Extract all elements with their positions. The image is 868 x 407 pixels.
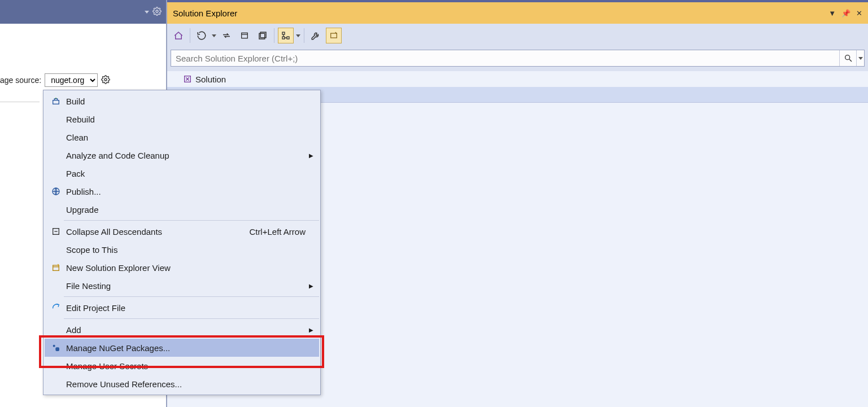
left-strip-titlebar: [0, 0, 166, 24]
submenu-arrow-icon: ▶: [309, 283, 313, 289]
dropdown-icon[interactable]: [212, 34, 216, 37]
menu-item-rebuild[interactable]: Rebuild: [45, 110, 319, 128]
solution-explorer-toolbar: [167, 24, 868, 47]
window-icon[interactable]: [237, 28, 252, 43]
svg-point-1: [104, 78, 107, 81]
search-icon[interactable]: [839, 50, 856, 66]
windows-stack-icon[interactable]: [255, 28, 271, 43]
menu-item-clean[interactable]: Clean: [45, 128, 319, 146]
newview-icon: [48, 263, 64, 272]
svg-rect-4: [260, 32, 266, 38]
divider: [0, 102, 40, 102]
search-options-dropdown[interactable]: [856, 50, 864, 66]
solution-explorer-search[interactable]: [171, 50, 865, 67]
menu-item-build[interactable]: Build: [45, 92, 319, 110]
solution-explorer-search-row: [167, 47, 868, 71]
menu-item-label: Add: [64, 325, 316, 335]
close-icon[interactable]: ✕: [856, 9, 862, 17]
menu-item-new-solution-explorer-view[interactable]: New Solution Explorer View: [45, 259, 319, 277]
menu-separator: [64, 296, 319, 297]
menu-item-label: Scope to This: [64, 245, 316, 255]
pin-icon[interactable]: 📌: [841, 9, 850, 17]
svg-rect-8: [287, 37, 289, 39]
package-source-settings-button[interactable]: [101, 75, 110, 86]
menu-item-label: Collapse All Descendants: [64, 227, 249, 237]
menu-item-label: Upgrade: [64, 205, 316, 215]
gear-icon[interactable]: [152, 7, 162, 17]
svg-point-0: [156, 10, 158, 12]
menu-item-label: Rebuild: [64, 115, 316, 124]
dropdown-icon[interactable]: [296, 34, 300, 37]
menu-item-label: Analyze and Code Cleanup: [64, 151, 316, 160]
menu-item-pack[interactable]: Pack: [45, 164, 319, 182]
solution-explorer-title: Solution Explorer: [173, 8, 828, 18]
menu-separator: [64, 220, 319, 221]
build-icon: [48, 97, 64, 106]
menu-item-manage-nuget-packages[interactable]: Manage NuGet Packages...: [45, 339, 319, 357]
menu-item-file-nesting[interactable]: File Nesting▶: [45, 277, 319, 295]
wrench-icon[interactable]: [308, 28, 324, 43]
menu-item-shortcut: Ctrl+Left Arrow: [249, 227, 316, 237]
menu-separator: [64, 318, 319, 319]
menu-item-label: Edit Project File: [64, 303, 316, 313]
menu-item-upgrade[interactable]: Upgrade: [45, 200, 319, 218]
menu-item-label: Pack: [64, 169, 316, 178]
home-icon[interactable]: [171, 28, 186, 43]
menu-item-manage-user-secrets[interactable]: Manage User Secrets: [45, 357, 319, 375]
svg-rect-20: [55, 347, 59, 351]
svg-point-10: [845, 55, 849, 60]
globe-icon: [48, 187, 64, 196]
svg-rect-17: [53, 265, 59, 270]
package-source-label: age source:: [0, 76, 41, 85]
menu-item-remove-unused-references[interactable]: Remove Unused References...: [45, 375, 319, 393]
menu-item-label: New Solution Explorer View: [64, 263, 316, 273]
solution-explorer-header: Solution Explorer ▼ 📌 ✕: [167, 0, 868, 24]
svg-point-19: [53, 345, 55, 347]
back-history-icon[interactable]: [194, 28, 210, 43]
solution-node-label: Solution: [195, 75, 226, 84]
menu-item-label: Manage User Secrets: [64, 361, 316, 371]
menu-item-label: Clean: [64, 133, 316, 142]
context-menu: BuildRebuildCleanAnalyze and Code Cleanu…: [43, 90, 321, 395]
edit-icon: [48, 303, 64, 312]
menu-item-edit-project-file[interactable]: Edit Project File: [45, 299, 319, 317]
svg-rect-13: [53, 100, 59, 104]
menu-item-label: File Nesting: [64, 281, 316, 291]
menu-item-label: Publish...: [64, 187, 316, 196]
collapse-icon: [48, 227, 64, 236]
search-input[interactable]: [171, 50, 839, 66]
sync-icon[interactable]: [219, 28, 234, 43]
svg-rect-9: [331, 33, 337, 38]
menu-item-publish[interactable]: Publish...: [45, 182, 319, 200]
menu-item-scope-to-this[interactable]: Scope to This: [45, 240, 319, 259]
menu-item-add[interactable]: Add▶: [45, 321, 319, 339]
menu-item-label: Build: [64, 97, 316, 106]
svg-rect-2: [242, 33, 248, 38]
svg-rect-5: [259, 33, 265, 39]
svg-rect-7: [282, 37, 285, 39]
menu-item-label: Remove Unused References...: [64, 379, 316, 389]
svg-line-11: [849, 59, 852, 62]
svg-rect-6: [282, 32, 285, 34]
package-source-row: age source: nuget.org: [0, 72, 166, 88]
menu-item-analyze-and-code-cleanup[interactable]: Analyze and Code Cleanup▶: [45, 146, 319, 164]
window-dropdown-icon[interactable]: ▼: [828, 9, 836, 17]
dropdown-icon[interactable]: [145, 11, 149, 14]
package-source-dropdown[interactable]: nuget.org: [45, 73, 98, 87]
menu-item-collapse-all-descendants[interactable]: Collapse All DescendantsCtrl+Left Arrow: [45, 222, 319, 240]
class-view-icon[interactable]: [278, 28, 294, 43]
menu-item-label: Manage NuGet Packages...: [64, 343, 316, 353]
submenu-arrow-icon: ▶: [309, 152, 313, 159]
nuget-icon: [48, 343, 64, 352]
solution-node[interactable]: Solution: [167, 71, 226, 87]
submenu-arrow-icon: ▶: [309, 327, 313, 333]
preview-icon[interactable]: [326, 28, 342, 43]
